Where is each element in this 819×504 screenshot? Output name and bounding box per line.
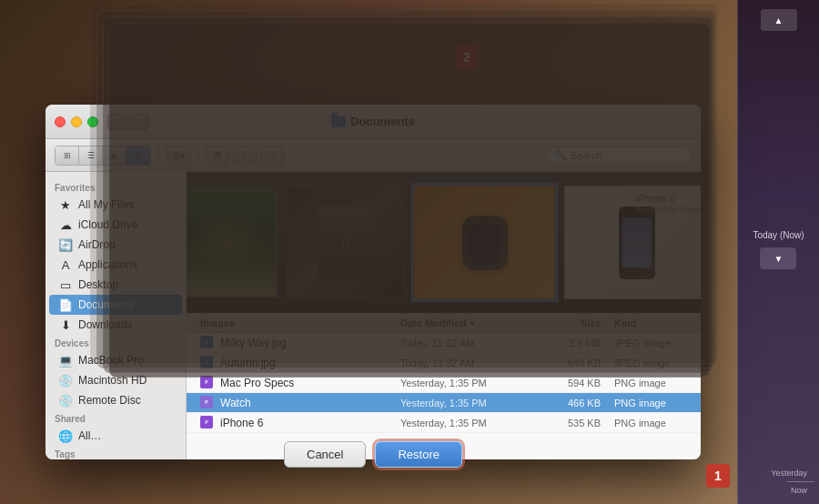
iphone-text: iPhone 6 Bigger than bigger <box>635 193 701 214</box>
tag-button[interactable]: ○ <box>260 146 284 165</box>
png-icon-3: P <box>200 416 213 428</box>
png-icon: P <box>200 376 213 388</box>
airdrop-icon: 🔄 <box>58 237 73 252</box>
shared-header: Shared <box>46 410 186 426</box>
close-button[interactable] <box>55 116 66 127</box>
sidebar-label-macintosh-hd: Macintosh HD <box>78 374 147 387</box>
badge-2-fixed: 2 <box>455 45 479 69</box>
cflow-watch[interactable] <box>414 186 555 299</box>
col-header-kind: Kind <box>614 318 687 328</box>
sidebar-item-macintosh-hd[interactable]: 💿 Macintosh HD <box>49 370 182 390</box>
cover-flow:  iPhone 6 Bigger than bi <box>187 172 701 313</box>
downloads-icon: ⬇ <box>58 318 73 332</box>
timeline-yesterday-label: Yesterday <box>771 469 814 478</box>
col-header-name: Images <box>200 318 400 328</box>
devices-header: Devices <box>46 335 186 350</box>
action-button[interactable]: ⚙ <box>206 146 229 165</box>
forward-button[interactable]: › <box>129 114 149 130</box>
sidebar-item-downloads[interactable]: ⬇ Downloads <box>49 315 182 335</box>
window-title-text: Documents <box>350 115 415 128</box>
file-row-watch[interactable]: P Watch Yesterday, 1:35 PM 466 KB PNG im… <box>187 393 701 413</box>
timeline-down-button[interactable]: ▼ <box>760 247 796 269</box>
sort-arrow-icon: ▼ <box>469 319 476 328</box>
jpeg-icon-2: J <box>200 356 213 368</box>
view-icon-button[interactable]: ⊞ <box>56 146 79 165</box>
file-icon-autumn: J <box>200 356 215 370</box>
file-name-mac-pro-specs: Mac Pro Specs <box>220 377 400 389</box>
file-row-mac-pro-specs[interactable]: P Mac Pro Specs Yesterday, 1:35 PM 594 K… <box>187 373 701 393</box>
sidebar-label-icloud-drive: iCloud Drive <box>78 218 137 231</box>
macbook-icon: 💻 <box>58 353 73 368</box>
sidebar-item-documents[interactable]: 📄 Documents <box>49 295 182 315</box>
file-kind-milky-way: JPEG image <box>614 338 687 348</box>
file-date-mac-pro-specs: Yesterday, 1:35 PM <box>400 378 537 388</box>
file-size-iphone-6: 535 KB <box>537 418 601 428</box>
arrange-button[interactable]: ⊞▾ <box>167 146 190 165</box>
sidebar-item-macbook-pro[interactable]: 💻 MacBook Pro <box>49 350 182 370</box>
cancel-button[interactable]: Cancel <box>284 441 366 468</box>
sidebar-item-desktop[interactable]: ▭ Desktop <box>49 275 182 295</box>
watch-screen <box>469 223 501 263</box>
sidebar: Favorites ★ All My Files ☁ iCloud Drive … <box>46 172 187 459</box>
sidebar-item-all-my-files[interactable]: ★ All My Files <box>49 195 182 215</box>
file-name-autumn: Autumn.jpg <box>220 357 400 369</box>
file-name-milky-way: Milky Way.jpg <box>220 337 400 349</box>
restore-button[interactable]: Restore <box>375 441 462 468</box>
file-date-iphone-6: Yesterday, 1:35 PM <box>400 418 537 428</box>
cflow-macpro[interactable]:  <box>287 186 405 299</box>
timeline-panel: ▲ Today (Now) ▼ Yesterday Now <box>737 0 819 504</box>
cflow-forest[interactable] <box>187 188 278 297</box>
file-row-iphone-6[interactable]: P iPhone 6 Yesterday, 1:35 PM 535 KB PNG… <box>187 413 701 433</box>
toolbar-separator-2 <box>197 146 198 165</box>
watch-thumbnail <box>414 186 555 299</box>
search-input[interactable] <box>571 150 683 161</box>
sidebar-item-airdrop[interactable]: 🔄 AirDrop <box>49 235 182 255</box>
timeline-tick <box>787 481 814 482</box>
file-kind-autumn: JPEG image <box>614 358 687 368</box>
file-name-watch: Watch <box>220 397 400 409</box>
sidebar-label-airdrop: AirDrop <box>78 238 116 251</box>
toolbar-separator-1 <box>158 146 159 165</box>
forest-thumbnail <box>187 188 278 297</box>
macpro-body:  <box>318 207 373 279</box>
file-row-milky-way[interactable]: J Milky Way.jpg Today, 11:32 AM 2.6 MB J… <box>187 333 701 353</box>
cflow-iphone[interactable]: iPhone 6 Bigger than bigger <box>564 186 701 299</box>
search-box[interactable]: 🔍 <box>546 146 692 165</box>
view-coverflow-button[interactable]: ⧉ <box>126 146 150 165</box>
all-my-files-icon: ★ <box>58 197 73 212</box>
file-size-mac-pro-specs: 594 KB <box>537 378 601 388</box>
sidebar-item-remote-disc[interactable]: 💿 Remote Disc <box>49 390 182 410</box>
file-name-iphone-6: iPhone 6 <box>220 417 400 429</box>
applications-icon: A <box>58 257 73 272</box>
file-size-autumn: 640 KB <box>537 358 601 368</box>
file-icon-mac-pro-specs: P <box>200 376 215 390</box>
png-icon-2: P <box>200 396 213 408</box>
back-button[interactable]: ‹ <box>107 114 127 130</box>
file-icon-watch: P <box>200 396 215 410</box>
view-column-button[interactable]: ⫼ <box>103 146 126 165</box>
iphone-thumbnail: iPhone 6 Bigger than bigger <box>564 186 701 299</box>
file-list-header: Images Date Modified ▼ Size Kind <box>187 313 701 333</box>
toolbar: ⊞ ☰ ⫼ ⧉ ⊞▾ ⚙ ↑ ○ 🔍 <box>46 139 701 172</box>
nav-buttons: ‹ › <box>107 114 149 130</box>
watch-body <box>462 216 508 270</box>
timeline-now-label: Now <box>791 486 814 495</box>
maximize-button[interactable] <box>87 116 98 127</box>
file-row-autumn[interactable]: J Autumn.jpg Today, 11:32 AM 640 KB JPEG… <box>187 353 701 373</box>
timeline-up-button[interactable]: ▲ <box>761 9 797 31</box>
timeline-today-label: Today (Now) <box>753 230 804 240</box>
share-button[interactable]: ↑ <box>233 146 257 165</box>
minimize-button[interactable] <box>71 116 82 127</box>
jpeg-icon: J <box>200 336 213 348</box>
bottom-bar: Cancel Restore <box>46 441 701 468</box>
finder-window: ‹ › Documents ⊞ ☰ ⫼ ⧉ ⊞▾ ⚙ ↑ ○ 🔍 Favorit… <box>46 105 701 459</box>
sidebar-item-icloud-drive[interactable]: ☁ iCloud Drive <box>49 215 182 235</box>
file-date-milky-way: Today, 11:32 AM <box>400 338 537 348</box>
col-header-date[interactable]: Date Modified ▼ <box>400 318 537 328</box>
sidebar-label-applications: Applications <box>78 258 137 271</box>
sidebar-item-applications[interactable]: A Applications <box>49 255 182 275</box>
view-list-button[interactable]: ☰ <box>79 146 103 165</box>
favorites-header: Favorites <box>46 179 186 195</box>
sidebar-label-remote-disc: Remote Disc <box>78 394 141 407</box>
title-bar: ‹ › Documents <box>46 105 701 139</box>
